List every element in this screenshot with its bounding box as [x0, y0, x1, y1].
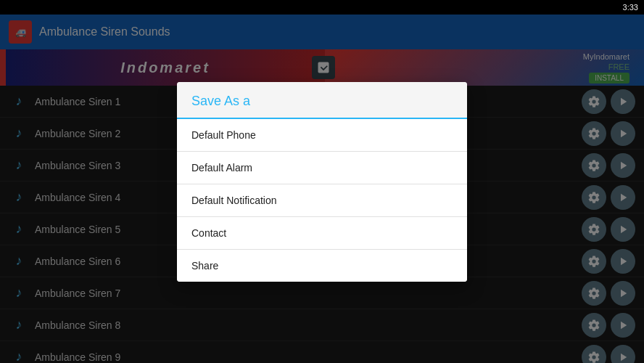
dialog-title-bar: Save As a: [177, 82, 467, 119]
dialog-option-default-phone[interactable]: Default Phone: [177, 119, 467, 152]
dialog-option-share[interactable]: Share: [177, 250, 467, 282]
status-bar: 3:33: [0, 0, 644, 15]
dialog-option-default-notification[interactable]: Default Notification: [177, 184, 467, 217]
dialog-option-default-alarm[interactable]: Default Alarm: [177, 152, 467, 184]
save-as-dialog: Save As a Default PhoneDefault AlarmDefa…: [177, 82, 467, 282]
dialog-title: Save As a: [191, 94, 250, 108]
dialog-overlay: Save As a Default PhoneDefault AlarmDefa…: [0, 0, 644, 363]
dialog-option-contact[interactable]: Contact: [177, 217, 467, 250]
dialog-options: Default PhoneDefault AlarmDefault Notifi…: [177, 119, 467, 282]
status-time: 3:33: [623, 3, 638, 12]
